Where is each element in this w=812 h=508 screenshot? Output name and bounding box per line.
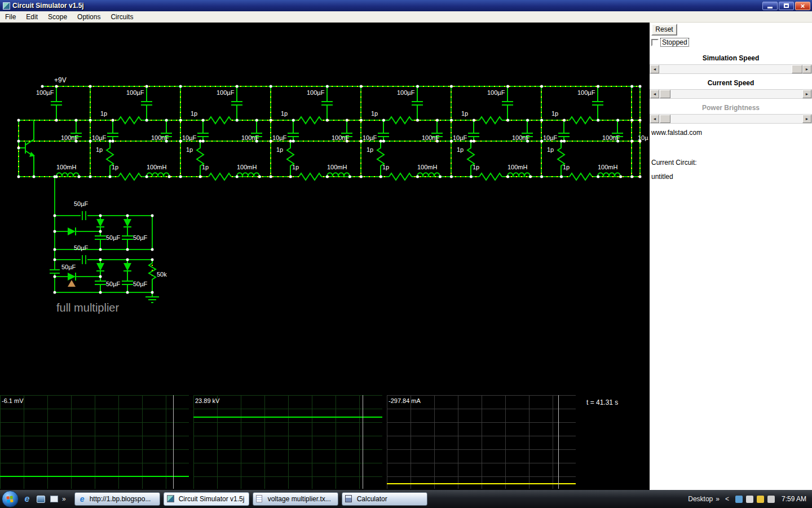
scope-3-value: -297.84 mA xyxy=(389,397,421,404)
task-button-label: Circuit Simulator v1.5j xyxy=(179,495,245,503)
task-button-label: http://1.bp.blogspo... xyxy=(90,495,151,503)
marker-arrow xyxy=(68,280,76,287)
website-link[interactable]: www.falstad.com xyxy=(651,129,702,137)
system-tray: Desktop » < 7:59 AM xyxy=(688,495,812,503)
circuit-canvas[interactable]: 100µF100µF100µF100µF100µF100µF100µF1p1p1… xyxy=(0,23,650,490)
current-circuit-label: Current Circuit: xyxy=(651,159,697,167)
menu-bar: File Edit Scope Options Circuits xyxy=(0,11,812,23)
window-title: Circuit Simulator v1.5j xyxy=(12,2,761,10)
taskbar-clock[interactable]: 7:59 AM xyxy=(782,495,806,503)
stopped-checkbox[interactable] xyxy=(651,39,659,46)
tray-network-icon[interactable] xyxy=(735,496,743,503)
task-button-label: Calculator xyxy=(357,495,387,503)
app-icon xyxy=(3,2,10,10)
ie-icon xyxy=(78,495,87,503)
scope-1-trace xyxy=(0,476,189,477)
quicklaunch-ie-icon[interactable] xyxy=(22,494,32,504)
scope-3[interactable]: -297.84 mA xyxy=(387,395,576,489)
tray-volume-icon[interactable] xyxy=(767,496,775,503)
slider-left-arrow-icon[interactable]: ◄ xyxy=(650,65,659,73)
calculator-icon xyxy=(345,495,354,503)
stopped-checkbox-row: Stopped xyxy=(651,38,689,46)
maximize-icon xyxy=(784,3,789,8)
reset-button[interactable]: Reset xyxy=(651,24,677,36)
control-panel: Reset Stopped Simulation Speed ◄ ► Curre… xyxy=(650,23,812,490)
simulation-speed-slider[interactable]: ◄ ► xyxy=(650,64,812,74)
scope-3-trace xyxy=(387,483,576,484)
scope-2[interactable]: 23.89 kV xyxy=(193,395,382,489)
current-circuit-value: untitled xyxy=(651,173,673,181)
screen: Circuit Simulator v1.5j × File Edit Scop… xyxy=(0,0,812,508)
menu-file[interactable]: File xyxy=(0,12,21,22)
tray-display-icon[interactable] xyxy=(746,496,753,503)
taskbar: » http://1.bp.blogspo... Circuit Simulat… xyxy=(0,490,812,508)
task-button-browser[interactable]: http://1.bp.blogspo... xyxy=(74,492,160,506)
power-rail-label: +9V xyxy=(54,76,67,84)
slider-right-arrow-icon[interactable]: ► xyxy=(802,90,811,98)
slider-right-arrow-icon[interactable]: ► xyxy=(802,65,811,73)
scope-2-cursor xyxy=(363,395,363,489)
current-speed-slider[interactable]: ◄ ► xyxy=(650,89,812,99)
power-brightness-slider[interactable]: ◄ ► xyxy=(650,114,812,124)
task-button-notepad[interactable]: voltage multiplier.tx... xyxy=(253,492,338,506)
circuit-app-icon xyxy=(167,495,176,503)
power-brightness-label: Power Brightness xyxy=(650,104,812,112)
quicklaunch-overflow-chevron[interactable]: » xyxy=(62,495,66,503)
task-button-label: voltage multiplier.tx... xyxy=(268,495,331,503)
close-icon: × xyxy=(801,2,805,10)
desktop-toolbar-label[interactable]: Desktop xyxy=(688,495,713,503)
taskbar-buttons: http://1.bp.blogspo... Circuit Simulator… xyxy=(74,492,431,506)
desktop-overflow-chevron[interactable]: » xyxy=(716,495,720,503)
circuit-caption: full multiplier xyxy=(56,301,119,314)
tray-collapse-chevron[interactable]: < xyxy=(725,495,729,503)
menu-circuits[interactable]: Circuits xyxy=(105,12,138,22)
quicklaunch-show-desktop-icon[interactable] xyxy=(36,494,46,504)
minimize-button[interactable] xyxy=(762,2,778,10)
notepad-icon xyxy=(256,495,265,503)
current-speed-label: Current Speed xyxy=(650,79,812,87)
scope-3-cursor xyxy=(558,395,559,489)
scope-2-value: 23.89 kV xyxy=(195,397,219,404)
menu-scope[interactable]: Scope xyxy=(43,12,72,22)
power-brightness-thumb[interactable] xyxy=(660,115,670,123)
simulation-speed-label: Simulation Speed xyxy=(650,54,812,62)
scope-1[interactable]: -6.1 mV xyxy=(0,395,189,489)
tray-alert-icon[interactable] xyxy=(757,496,764,503)
windows-logo-icon xyxy=(6,496,14,502)
close-button[interactable]: × xyxy=(795,2,810,10)
scope-1-value: -6.1 mV xyxy=(2,397,24,404)
title-bar: Circuit Simulator v1.5j × xyxy=(0,0,812,11)
current-speed-thumb[interactable] xyxy=(660,90,670,98)
task-button-calculator[interactable]: Calculator xyxy=(342,492,427,506)
slider-left-arrow-icon[interactable]: ◄ xyxy=(650,90,659,98)
maximize-button[interactable] xyxy=(779,2,794,10)
simulation-time: t = 41.31 s xyxy=(586,398,618,406)
stopped-label[interactable]: Stopped xyxy=(661,38,689,46)
slider-left-arrow-icon[interactable]: ◄ xyxy=(650,115,659,123)
simulation-speed-thumb[interactable] xyxy=(792,65,802,73)
scope-1-cursor xyxy=(173,395,174,489)
scope-2-trace xyxy=(193,417,382,418)
menu-options[interactable]: Options xyxy=(72,12,105,22)
menu-edit[interactable]: Edit xyxy=(21,12,43,22)
quicklaunch-window-icon[interactable] xyxy=(49,494,59,504)
start-button[interactable] xyxy=(2,491,19,507)
task-button-circuit-simulator[interactable]: Circuit Simulator v1.5j xyxy=(164,492,249,506)
slider-right-arrow-icon[interactable]: ► xyxy=(802,115,811,123)
minimize-icon xyxy=(767,7,773,8)
